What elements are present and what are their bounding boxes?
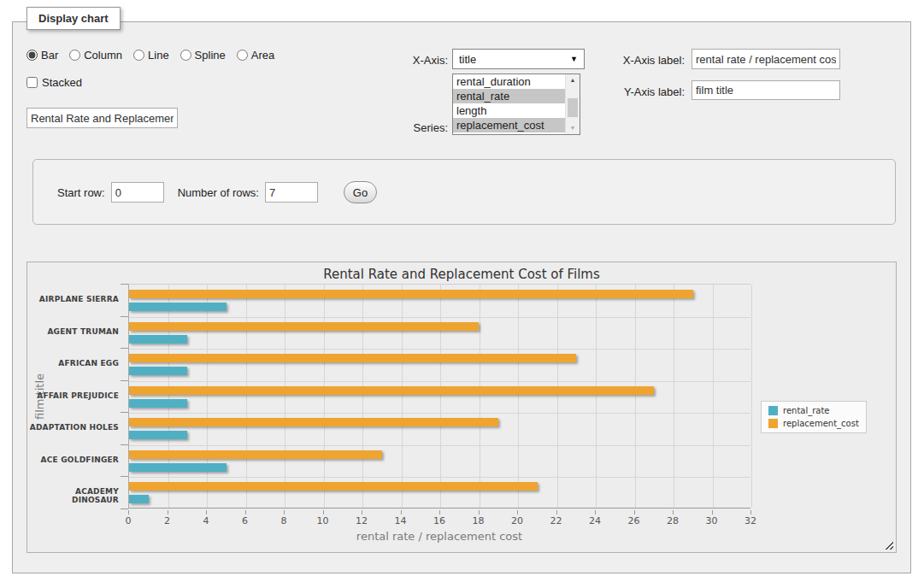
x-tick-label: 26 xyxy=(617,515,651,526)
x-axis-title: rental rate / replacement cost xyxy=(128,530,750,543)
stacked-checkbox[interactable] xyxy=(26,77,38,88)
v-gridline xyxy=(480,285,480,508)
x-axis-tick xyxy=(362,510,362,514)
chart-panel: Rental Rate and Replacement Cost of Film… xyxy=(26,262,897,553)
v-gridline xyxy=(246,285,247,508)
x-axis-tick xyxy=(517,510,518,514)
chart-type-radio-group: BarColumnLineSplineArea xyxy=(26,49,274,62)
v-gridline xyxy=(402,285,403,508)
y-axis-tick xyxy=(121,444,128,445)
series-option-replacement_cost[interactable]: replacement_cost xyxy=(453,118,565,132)
radio-area[interactable] xyxy=(237,50,248,61)
x-axis-tick xyxy=(439,510,440,514)
series-option-length[interactable]: length xyxy=(453,103,565,118)
v-gridline xyxy=(168,285,169,508)
start-row-input[interactable] xyxy=(111,182,164,203)
bar-rental_rate-6 xyxy=(129,495,149,503)
chevron-down-icon: ▼ xyxy=(570,55,578,63)
legend-label-rental_rate: rental_rate xyxy=(783,406,830,415)
y-axis-tick xyxy=(121,412,128,413)
h-gridline xyxy=(129,381,750,382)
legend-label-replacement_cost: replacement_cost xyxy=(783,419,859,428)
x-tick-label: 30 xyxy=(695,515,729,526)
x-tick-label: 28 xyxy=(656,515,690,526)
radio-option-line: Line xyxy=(133,49,169,62)
num-rows-input[interactable] xyxy=(265,182,318,203)
radio-label-area: Area xyxy=(251,49,274,62)
bar-replacement_cost-2 xyxy=(129,354,576,362)
category-label: ACADEMY DINOSAUR xyxy=(29,487,119,504)
bar-rental_rate-2 xyxy=(129,367,187,375)
x-tick-label: 12 xyxy=(344,515,379,526)
bar-rental_rate-5 xyxy=(129,463,227,472)
stacked-row: Stacked xyxy=(26,76,82,89)
x-axis-tick xyxy=(556,510,557,514)
h-gridline xyxy=(129,445,750,446)
x-axis-tick xyxy=(284,510,285,514)
x-axis-tick xyxy=(750,510,751,514)
category-label: ACE GOLDFINGER xyxy=(29,456,119,464)
radio-label-spline: Spline xyxy=(195,49,226,62)
x-tick-label: 2 xyxy=(150,515,185,526)
v-gridline xyxy=(557,285,558,508)
scroll-down-icon[interactable]: ▼ xyxy=(566,122,580,134)
go-button[interactable]: Go xyxy=(344,181,377,203)
legend-item-replacement_cost[interactable]: replacement_cost xyxy=(768,419,859,428)
radio-option-bar: Bar xyxy=(26,49,58,62)
radio-label-column: Column xyxy=(84,49,122,62)
v-gridline xyxy=(440,285,441,508)
series-option-rental_rate[interactable]: rental_rate xyxy=(453,89,565,103)
bar-rental_rate-4 xyxy=(129,431,187,439)
series-options: rental_durationrental_ratelengthreplacem… xyxy=(453,74,565,134)
series-select-label: Series: xyxy=(355,121,448,134)
x-axis-label-label: X-Axis label: xyxy=(592,54,685,67)
radio-option-area: Area xyxy=(237,49,274,62)
radio-column[interactable] xyxy=(69,50,80,61)
bar-rental_rate-1 xyxy=(129,335,187,344)
category-label: ADAPTATION HOLES xyxy=(29,423,119,432)
y-axis-tick xyxy=(121,380,128,381)
category-label: AFRICAN EGG xyxy=(29,359,119,367)
x-axis-tick xyxy=(401,510,402,514)
chart-title-input[interactable] xyxy=(26,108,178,128)
v-gridline xyxy=(362,285,363,508)
display-chart-fieldset: Display chart BarColumnLineSplineArea St… xyxy=(12,21,911,573)
y-axis-tick xyxy=(121,476,128,477)
radio-spline[interactable] xyxy=(180,50,191,61)
radio-bar[interactable] xyxy=(26,50,38,61)
category-label: AFFAIR PREJUDICE xyxy=(29,391,119,400)
bar-replacement_cost-0 xyxy=(129,290,693,298)
legend-item-rental_rate[interactable]: rental_rate xyxy=(768,406,859,415)
legend-swatch-replacement_cost xyxy=(768,419,778,428)
v-gridline xyxy=(324,285,325,508)
y-axis-label-input[interactable] xyxy=(692,80,840,100)
radio-option-spline: Spline xyxy=(180,49,226,62)
num-rows-label: Number of rows: xyxy=(178,186,259,199)
y-axis-tick xyxy=(121,348,128,349)
scrollbar-thumb[interactable] xyxy=(568,98,578,117)
series-scrollbar[interactable]: ▲ ▼ xyxy=(565,74,580,134)
chart-title: Rental Rate and Replacement Cost of Film… xyxy=(27,267,896,282)
radio-option-column: Column xyxy=(69,49,122,62)
series-multiselect[interactable]: rental_durationrental_ratelengthreplacem… xyxy=(452,73,580,135)
x-axis-tick xyxy=(245,510,246,514)
x-tick-label: 8 xyxy=(267,515,301,526)
y-axis-tick xyxy=(121,509,128,509)
bar-rental_rate-0 xyxy=(129,303,227,311)
h-gridline xyxy=(129,349,750,350)
series-option-rental_duration[interactable]: rental_duration xyxy=(453,74,565,89)
plot-area xyxy=(128,284,750,509)
x-axis-select[interactable]: title ▼ xyxy=(452,49,585,69)
stacked-label: Stacked xyxy=(42,76,82,89)
scroll-up-icon[interactable]: ▲ xyxy=(566,74,580,86)
v-gridline xyxy=(713,285,714,508)
x-axis-tick xyxy=(595,510,596,514)
bar-replacement_cost-6 xyxy=(129,482,538,491)
radio-line[interactable] xyxy=(133,50,144,61)
resize-handle-icon[interactable] xyxy=(883,539,893,550)
bar-rental_rate-3 xyxy=(129,399,187,408)
x-axis-label-input[interactable] xyxy=(692,49,840,69)
h-gridline xyxy=(129,317,750,318)
radio-label-bar: Bar xyxy=(41,49,58,62)
x-axis-tick xyxy=(634,510,635,514)
